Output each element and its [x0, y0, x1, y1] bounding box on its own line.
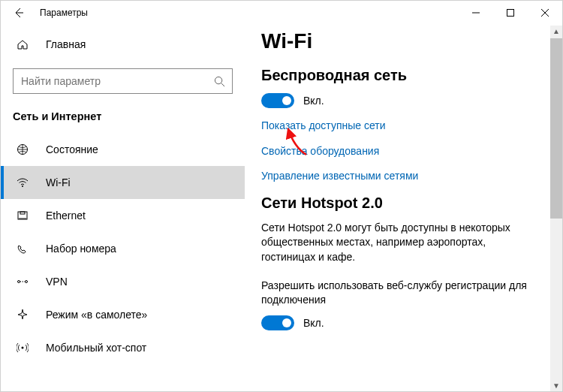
content-area: Wi-Fi Беспроводная сеть Вкл. Показать до… [245, 25, 562, 391]
link-show-networks[interactable]: Показать доступные сети [261, 119, 540, 134]
close-icon [541, 9, 549, 17]
airplane-icon [14, 309, 31, 321]
dialup-icon [14, 243, 31, 255]
link-manage-known[interactable]: Управление известными сетями [261, 169, 540, 184]
hotspot-icon [14, 342, 31, 354]
hotspot-toggle[interactable] [261, 315, 294, 330]
sidebar-item-label: Режим «в самолете» [46, 309, 147, 321]
sidebar: Главная Сеть и Интернет Состояние [1, 25, 245, 391]
titlebar: Параметры [1, 1, 562, 25]
wifi-toggle-row: Вкл. [261, 93, 540, 108]
svg-point-3 [22, 185, 23, 187]
sidebar-item-airplane-mode[interactable]: Режим «в самолете» [1, 298, 245, 331]
sidebar-item-label: Набор номера [46, 243, 116, 255]
arrow-left-icon [13, 7, 25, 19]
search-icon [206, 76, 232, 87]
sidebar-item-dialup[interactable]: Набор номера [1, 232, 245, 265]
sidebar-item-label: VPN [46, 276, 68, 288]
maximize-icon [507, 9, 514, 17]
status-icon [14, 143, 31, 155]
window-title: Параметры [40, 8, 88, 18]
hotspot-toggle-label: Вкл. [303, 317, 324, 329]
sidebar-item-wifi[interactable]: Wi-Fi [1, 166, 245, 199]
link-hardware-props[interactable]: Свойства оборудования [261, 144, 540, 159]
scroll-thumb[interactable] [550, 38, 562, 219]
hotspot-allow-text: Разрешить использовать веб-службу регист… [261, 279, 540, 308]
scroll-up-icon[interactable]: ▲ [552, 26, 560, 37]
toggle-knob [282, 96, 291, 105]
toggle-knob [282, 318, 291, 327]
hotspot-heading: Сети Hotspot 2.0 [261, 194, 540, 212]
wifi-icon [14, 176, 31, 188]
svg-rect-5 [20, 212, 25, 214]
sidebar-home-label: Главная [46, 38, 86, 50]
wifi-links: Показать доступные сети Свойства оборудо… [261, 119, 540, 184]
minimize-button[interactable] [459, 1, 493, 25]
sidebar-item-status[interactable]: Состояние [1, 133, 245, 166]
sidebar-item-ethernet[interactable]: Ethernet [1, 199, 245, 232]
home-icon [14, 38, 31, 50]
sidebar-item-label: Мобильный хот-спот [46, 342, 146, 354]
scrollbar[interactable]: ▲ ▼ [550, 26, 562, 391]
vpn-icon [14, 276, 31, 288]
maximize-button[interactable] [493, 1, 528, 25]
sidebar-item-hotspot[interactable]: Мобильный хот-спот [1, 331, 245, 364]
back-button[interactable] [1, 1, 37, 25]
sidebar-item-vpn[interactable]: VPN [1, 265, 245, 298]
minimize-icon [472, 9, 480, 17]
sidebar-nav: Состояние Wi-Fi Ethernet [1, 133, 245, 391]
svg-point-6 [18, 281, 20, 283]
sidebar-item-label: Состояние [46, 143, 98, 155]
wifi-toggle-label: Вкл. [303, 95, 324, 107]
sidebar-home[interactable]: Главная [1, 29, 245, 59]
svg-point-1 [215, 77, 221, 83]
close-button[interactable] [528, 1, 562, 25]
sidebar-section-heading: Сеть и Интернет [1, 103, 245, 133]
hotspot-description: Сети Hotspot 2.0 могут быть доступны в н… [261, 221, 540, 265]
settings-window: Параметры Главная Се [0, 0, 563, 392]
wireless-heading: Беспроводная сеть [261, 67, 540, 84]
svg-rect-0 [507, 10, 514, 17]
sidebar-item-label: Ethernet [46, 210, 86, 222]
page-title: Wi-Fi [261, 29, 540, 53]
search-box[interactable] [13, 68, 233, 94]
ethernet-icon [14, 210, 31, 222]
search-input[interactable] [14, 75, 206, 87]
svg-point-7 [26, 281, 28, 283]
hotspot-toggle-row: Вкл. [261, 315, 540, 330]
scroll-down-icon[interactable]: ▼ [552, 380, 560, 391]
sidebar-item-label: Wi-Fi [46, 176, 71, 188]
svg-point-8 [22, 347, 24, 349]
window-body: Главная Сеть и Интернет Состояние [1, 25, 562, 391]
wifi-toggle[interactable] [261, 93, 294, 108]
